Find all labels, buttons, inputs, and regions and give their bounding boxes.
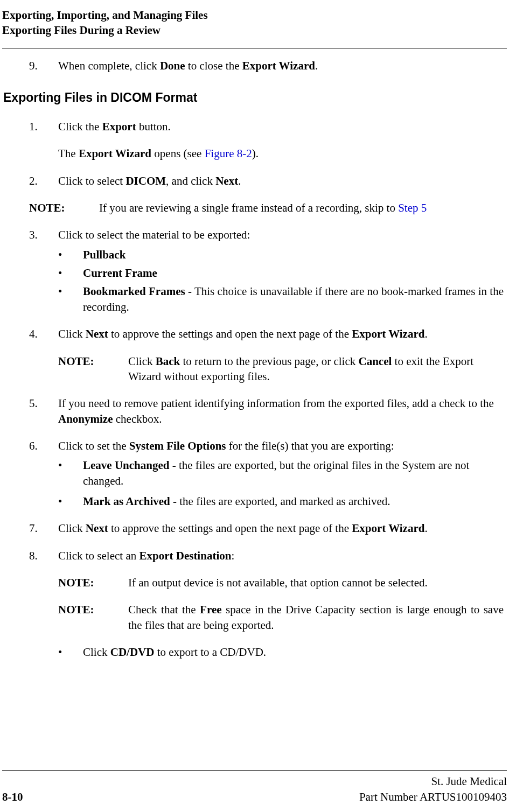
footer-right: St. Jude Medical Part Number ARTUS100109… <box>359 774 507 804</box>
step-text: Click to select DICOM, and click Next. <box>58 173 504 188</box>
step-link[interactable]: Step 5 <box>398 201 427 214</box>
note-back-cancel: NOTE: Click Back to return to the previo… <box>58 354 504 384</box>
step-4: 4. Click Next to approve the settings an… <box>29 326 504 341</box>
note-text: If you are reviewing a single frame inst… <box>99 200 504 215</box>
note-label: NOTE: <box>29 200 99 215</box>
step-number: 4. <box>29 326 58 341</box>
step-7: 7. Click Next to approve the settings an… <box>29 521 504 536</box>
bullet-text: Leave Unchanged - the files are exported… <box>83 458 504 488</box>
bullet-icon: • <box>58 284 83 314</box>
note-text: If an output device is not available, th… <box>128 575 504 590</box>
step-text: Click Next to approve the settings and o… <box>58 521 504 536</box>
step-text: Click the Export button. <box>58 119 504 134</box>
bullet-icon: • <box>58 247 83 262</box>
page: Exporting, Importing, and Managing Files… <box>0 0 509 812</box>
bullet-icon: • <box>58 494 83 509</box>
bullet-text: Current Frame <box>83 265 504 281</box>
note-free-space: NOTE: Check that the Free space in the D… <box>58 602 504 633</box>
part-number: Part Number ARTUS100109403 <box>359 789 507 804</box>
step-text: Click to select an Export Destination: <box>58 548 504 563</box>
bullet-icon: • <box>58 645 83 660</box>
note-text: Check that the Free space in the Drive C… <box>128 602 504 633</box>
content: 9. When complete, click Done to close th… <box>0 58 509 660</box>
bullet-mark-archived: • Mark as Archived - the files are expor… <box>58 494 504 509</box>
step-text: When complete, click Done to close the E… <box>58 58 504 73</box>
section-heading: Exporting Files in DICOM Format <box>3 89 504 106</box>
bullet-pullback: • Pullback <box>58 247 504 262</box>
step-text: If you need to remove patient identifyin… <box>58 396 504 426</box>
bullet-text: Bookmarked Frames - This choice is unava… <box>83 284 504 314</box>
bullet-cd-dvd: • Click CD/DVD to export to a CD/DVD. <box>58 645 504 660</box>
bullet-leave-unchanged: • Leave Unchanged - the files are export… <box>58 458 504 488</box>
step-number: 3. <box>29 227 58 242</box>
page-footer: 8-10 St. Jude Medical Part Number ARTUS1… <box>2 770 507 804</box>
step-2: 2. Click to select DICOM, and click Next… <box>29 173 504 188</box>
header-rule <box>2 48 507 48</box>
step-text: Click Next to approve the settings and o… <box>58 326 504 341</box>
bullet-current-frame: • Current Frame <box>58 265 504 281</box>
step-number: 9. <box>29 58 58 73</box>
note-skip: NOTE: If you are reviewing a single fram… <box>29 200 504 215</box>
bullet-icon: • <box>58 265 83 281</box>
bullet-text: Mark as Archived - the files are exporte… <box>83 494 504 509</box>
step-number: 1. <box>29 119 58 134</box>
step-number: 6. <box>29 438 58 453</box>
step-1-sub: The Export Wizard opens (see Figure 8-2)… <box>58 146 504 161</box>
bullet-text: Pullback <box>83 247 504 262</box>
step-6: 6. Click to set the System File Options … <box>29 438 504 453</box>
step-number: 7. <box>29 521 58 536</box>
footer-rule <box>2 770 507 771</box>
bullet-icon: • <box>58 458 83 488</box>
step-1: 1. Click the Export button. <box>29 119 504 134</box>
note-label: NOTE: <box>58 354 128 384</box>
figure-link[interactable]: Figure 8-2 <box>205 147 252 160</box>
bullet-text: Click CD/DVD to export to a CD/DVD. <box>83 645 504 660</box>
step-number: 8. <box>29 548 58 563</box>
company-name: St. Jude Medical <box>359 774 507 789</box>
note-output-device: NOTE: If an output device is not availab… <box>58 575 504 590</box>
step-5: 5. If you need to remove patient identif… <box>29 396 504 426</box>
note-label: NOTE: <box>58 575 128 590</box>
note-label: NOTE: <box>58 602 128 633</box>
bullet-bookmarked: • Bookmarked Frames - This choice is una… <box>58 284 504 314</box>
page-header: Exporting, Importing, and Managing Files… <box>0 8 509 44</box>
note-text: Click Back to return to the previous pag… <box>128 354 504 384</box>
step-number: 2. <box>29 173 58 188</box>
step-8: 8. Click to select an Export Destination… <box>29 548 504 563</box>
step-text: Click to set the System File Options for… <box>58 438 504 453</box>
header-section: Exporting Files During a Review <box>2 23 499 38</box>
step-text: Click to select the material to be expor… <box>58 227 504 242</box>
header-chapter: Exporting, Importing, and Managing Files <box>2 8 499 23</box>
step-9: 9. When complete, click Done to close th… <box>29 58 504 73</box>
page-number: 8-10 <box>2 789 23 804</box>
step-3: 3. Click to select the material to be ex… <box>29 227 504 242</box>
step-number: 5. <box>29 396 58 426</box>
